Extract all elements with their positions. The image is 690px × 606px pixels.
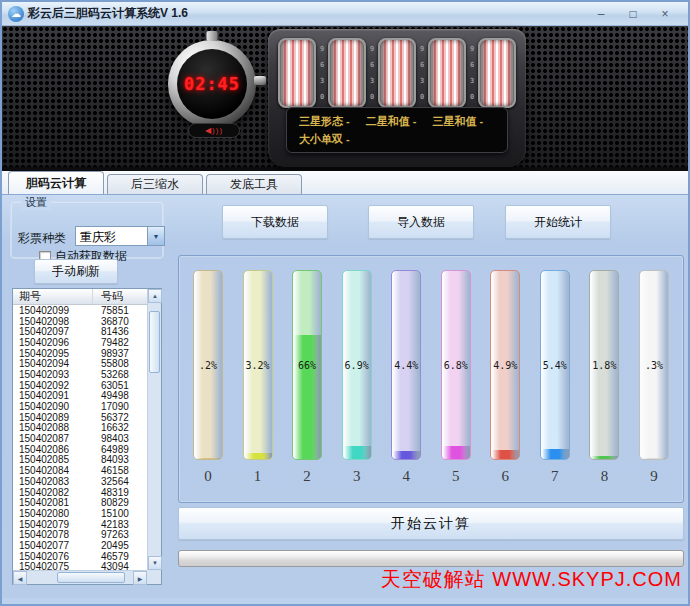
- table-row[interactable]: 15040209598937: [13, 348, 147, 359]
- slot-reel-3: [428, 38, 466, 108]
- table-row[interactable]: 15040208584093: [13, 455, 147, 466]
- table-row[interactable]: 15040208248319: [13, 487, 147, 498]
- table-row[interactable]: 15040207646579: [13, 551, 147, 562]
- table-row[interactable]: 15040209455808: [13, 358, 147, 369]
- tab-2[interactable]: 发底工具: [206, 174, 302, 194]
- close-button[interactable]: ×: [656, 7, 674, 21]
- slot-reel-2: [378, 38, 416, 108]
- reel-digit-strip: 9630: [317, 40, 327, 106]
- lottery-type-value: 重庆彩: [76, 227, 147, 245]
- minimize-button[interactable]: –: [592, 7, 610, 21]
- table-row[interactable]: 15040207543094: [13, 562, 147, 571]
- axis-digit-label: 8: [589, 468, 619, 485]
- stats-display: 三星形态 -二星和值 -三星和值 - 大小单双 -: [286, 107, 508, 153]
- table-row[interactable]: 15040209263051: [13, 380, 147, 391]
- scroll-right-icon[interactable]: ▶: [133, 571, 147, 585]
- table-row[interactable]: 15040209149498: [13, 391, 147, 402]
- stopwatch-knob: [254, 76, 266, 85]
- horizontal-scroll-thumb[interactable]: [57, 572, 125, 583]
- app-icon: ☁: [8, 6, 24, 22]
- column-header-issue[interactable]: 期号: [13, 289, 93, 304]
- stat-item: 三星和值 -: [432, 114, 483, 129]
- scrollbar-corner: [147, 570, 161, 584]
- vertical-scrollbar[interactable]: ▲ ▼: [147, 289, 161, 570]
- start-stats-button[interactable]: 开始统计: [505, 205, 611, 239]
- history-list-header: 期号 号码: [13, 289, 147, 305]
- axis-digit-label: 0: [193, 468, 223, 485]
- stats-line-2: 大小单双 -: [287, 129, 507, 147]
- progress-bar: [178, 550, 684, 567]
- tab-1[interactable]: 后三缩水: [107, 174, 203, 194]
- scroll-left-icon[interactable]: ◀: [13, 571, 27, 585]
- manual-refresh-button[interactable]: 手动刷新: [34, 259, 118, 284]
- tube-digit-0: .2%: [193, 270, 223, 460]
- tube-digit-5: 6.8%: [441, 270, 471, 460]
- table-row[interactable]: 15040209975851: [13, 305, 147, 316]
- dropdown-arrow-icon[interactable]: ▼: [147, 227, 164, 245]
- speaker-icon[interactable]: ◀))): [188, 123, 240, 138]
- window-frame-bottom: [2, 598, 688, 604]
- tube-fill: [194, 458, 222, 459]
- axis-digit-label: 9: [639, 468, 669, 485]
- table-row[interactable]: 15040209353268: [13, 369, 147, 380]
- stat-item: 大小单双 -: [299, 132, 350, 147]
- maximize-button[interactable]: □: [624, 7, 642, 21]
- slot-reels: 9630963096309630: [278, 37, 516, 109]
- tube-digit-8: 1.8%: [589, 270, 619, 460]
- tube-digit-7: 5.4%: [540, 270, 570, 460]
- download-data-button[interactable]: 下载数据: [222, 205, 328, 239]
- tube-fill: [392, 451, 420, 459]
- reel-digit-strip: 9630: [467, 40, 477, 106]
- table-row[interactable]: 15040208816632: [13, 423, 147, 434]
- horizontal-scrollbar[interactable]: ◀ ▶: [13, 570, 147, 584]
- table-row[interactable]: 15040209836870: [13, 316, 147, 327]
- tube-percentage-label: 66%: [293, 360, 321, 371]
- stat-item: 三星形态 -: [299, 114, 350, 129]
- countdown-timer: 02:45: [184, 74, 240, 94]
- tab-bar: 胆码云计算后三缩水发底工具: [2, 171, 688, 194]
- scroll-down-icon[interactable]: ▼: [148, 556, 162, 570]
- table-row[interactable]: 15040208180829: [13, 497, 147, 508]
- table-row[interactable]: 15040208332564: [13, 476, 147, 487]
- watermark-text: 天空破解站 WWW.SKYPJ.COM: [381, 566, 682, 593]
- stopwatch-face: 02:45: [177, 49, 247, 119]
- table-row[interactable]: 15040208446158: [13, 465, 147, 476]
- column-header-number[interactable]: 号码: [93, 289, 147, 304]
- axis-digit-label: 4: [391, 468, 421, 485]
- stopwatch-crown: [207, 31, 218, 41]
- app-window: ☁ 彩云后三胆码云计算系统V 1.6 – □ × 02:45 ◀))) 9630…: [0, 0, 690, 606]
- table-row[interactable]: 15040208798403: [13, 433, 147, 444]
- table-row[interactable]: 15040209017090: [13, 401, 147, 412]
- lottery-type-select[interactable]: 重庆彩 ▼: [75, 226, 165, 246]
- reel-digit-strip: 9630: [417, 40, 427, 106]
- table-row[interactable]: 15040209781436: [13, 326, 147, 337]
- settings-group-label: 设置: [21, 195, 51, 210]
- tube-percentage-label: 5.4%: [541, 360, 569, 371]
- scroll-up-icon[interactable]: ▲: [148, 289, 162, 303]
- tube-percentage-label: 4.9%: [491, 360, 519, 371]
- import-data-button[interactable]: 导入数据: [368, 205, 474, 239]
- tube-fill: [244, 453, 272, 459]
- tube-fill: [343, 446, 371, 459]
- axis-digit-label: 7: [540, 468, 570, 485]
- reel-digit-strip: 9630: [367, 40, 377, 106]
- table-row[interactable]: 15040207897263: [13, 529, 147, 540]
- table-row[interactable]: 15040208015100: [13, 508, 147, 519]
- table-row[interactable]: 15040208956372: [13, 412, 147, 423]
- tab-content: 设置 彩票种类 重庆彩 ▼ 自动获取数据 手动刷新 期号 号码 15040209…: [2, 194, 688, 598]
- start-cloud-compute-button[interactable]: 开始云计算: [178, 507, 684, 540]
- settings-group: 设置 彩票种类 重庆彩 ▼ 自动获取数据: [10, 201, 164, 259]
- table-row[interactable]: 15040208664989: [13, 444, 147, 455]
- vertical-scroll-thumb[interactable]: [149, 311, 160, 373]
- slot-reel-0: [278, 38, 316, 108]
- tube-fill: [541, 449, 569, 459]
- table-row[interactable]: 15040209679482: [13, 337, 147, 348]
- chart-axis-labels: 0123456789: [193, 468, 669, 485]
- tab-0[interactable]: 胆码云计算: [8, 171, 104, 194]
- table-row[interactable]: 15040207942183: [13, 519, 147, 530]
- axis-digit-label: 5: [441, 468, 471, 485]
- table-row[interactable]: 15040207720495: [13, 540, 147, 551]
- title-bar: ☁ 彩云后三胆码云计算系统V 1.6 – □ ×: [2, 2, 688, 26]
- banner: 02:45 ◀))) 9630963096309630 三星形态 -二星和值 -…: [2, 26, 688, 171]
- countdown-stopwatch: 02:45: [168, 40, 256, 128]
